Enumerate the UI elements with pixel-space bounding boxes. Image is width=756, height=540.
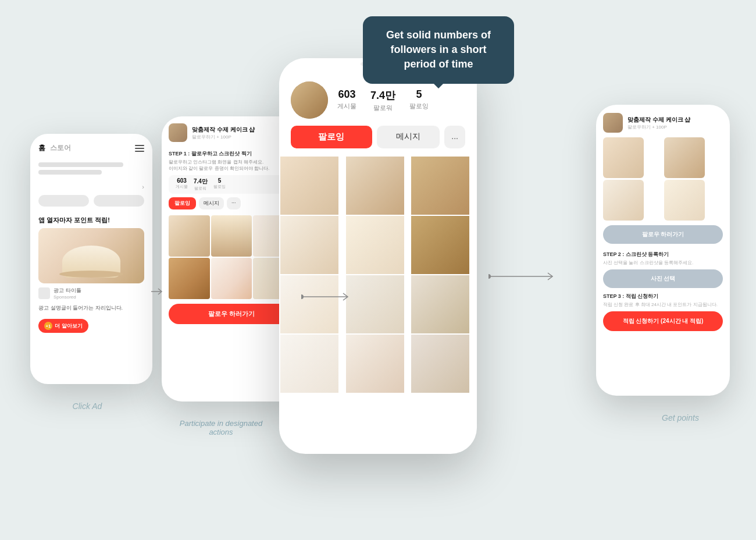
p4-shop-sub: 팔로우하기 + 100P	[627, 124, 723, 130]
p3-grid-5	[346, 216, 404, 274]
p1-skeleton-blocks	[30, 191, 152, 210]
p2-stat-followers: 7.4만 팔로워	[194, 177, 208, 191]
p4-step3-title: STEP 3 : 적립 신청하기	[596, 292, 730, 301]
p3-followers-label: 팔로워	[370, 104, 395, 112]
p4-header: 맞춤제작 수제 케이크 샵 팔로우하기 + 100P	[596, 105, 730, 137]
p3-stat-posts: 603 게시물	[337, 88, 356, 112]
p2-avatar	[169, 123, 187, 142]
arrow-1-to-2	[151, 286, 166, 297]
p1-ad-info: 광고 타이틀 Sponsored	[54, 287, 81, 300]
svg-point-2	[488, 274, 491, 279]
phone2-label-text: Participate in designatedactions	[180, 419, 262, 436]
phone-1-screen: 홈 스토어 › 앱 열자마자 포인트 적립!	[30, 134, 152, 384]
p1-skeleton-line-1	[38, 162, 123, 167]
p4-grid-1	[603, 137, 644, 178]
phone-1: 홈 스토어 › 앱 열자마자 포인트 적립!	[30, 134, 152, 384]
p4-photo-select-button[interactable]: 사진 선택	[603, 269, 723, 288]
p1-more-button[interactable]: +1 더 알아보기	[38, 319, 88, 333]
p3-message-button[interactable]: 메시지	[377, 126, 440, 148]
p1-tab-store[interactable]: 스토어	[50, 143, 71, 153]
p4-step2-desc: 사진 선택을 눌러 스크린샷을 등록해주세요.	[596, 260, 730, 268]
p3-following-num: 5	[409, 88, 429, 101]
p2-stat-posts: 603 게시물	[176, 177, 188, 191]
p4-grid-3	[603, 180, 644, 221]
p3-photo-grid	[279, 157, 477, 393]
p2-grid-item-2	[211, 215, 252, 257]
p4-profile-info: 맞춤제작 수제 케이크 샵 팔로우하기 + 100P	[627, 116, 723, 130]
p3-followers-num: 7.4만	[370, 88, 395, 102]
p4-grid-4	[664, 180, 705, 221]
p1-tab-home[interactable]: 홈	[38, 143, 45, 153]
p3-grid-10	[280, 335, 338, 393]
p3-grid-3	[411, 157, 469, 215]
p2-follow-goto-button[interactable]: 팔로우 하러가기	[169, 304, 294, 324]
p1-tabs: 홈 스토어	[38, 143, 71, 153]
p3-grid-12	[411, 335, 469, 393]
p3-stat-following: 5 팔로잉	[409, 88, 429, 112]
p1-hamburger-icon[interactable]	[135, 145, 144, 152]
p4-photo-grid	[603, 137, 723, 221]
p1-point-text: 앱 열자마자 포인트 적립!	[30, 210, 152, 228]
phone1-label-text: Click Ad	[73, 402, 102, 411]
p3-posts-num: 603	[337, 88, 356, 101]
phone-3-center: 603 게시물 7.4만 팔로워 5 팔로잉 팔로잉 메시지 ...	[279, 58, 477, 454]
p2-grid-item-1	[169, 215, 210, 257]
p1-skeleton-line-2	[38, 170, 102, 175]
p2-stats-row: 603 게시물 7.4만 팔로워 5 팔로잉	[169, 175, 294, 194]
p3-grid-9	[411, 275, 469, 333]
p3-following-label: 팔로잉	[409, 102, 429, 111]
arrow-2-to-3	[301, 285, 359, 308]
p1-ad-title: 광고 타이틀	[54, 287, 81, 294]
phone4-label-text: Get points	[662, 413, 699, 422]
p3-follow-button[interactable]: 팔로잉	[291, 126, 372, 148]
label-phone1: Click Ad	[29, 402, 145, 411]
main-scene: Get solid numbers of followers in a shor…	[0, 0, 756, 540]
p1-skeleton-lines	[30, 158, 152, 182]
phone-3-screen: 603 게시물 7.4만 팔로워 5 팔로잉 팔로잉 메시지 ...	[279, 58, 477, 454]
p3-grid-11	[346, 335, 404, 393]
tooltip-bubble: Get solid numbers of followers in a shor…	[363, 16, 514, 84]
p1-ad-sponsored: Sponsored	[54, 294, 81, 300]
p3-grid-2	[346, 157, 404, 215]
p1-cake-image	[38, 228, 144, 283]
p4-grid-2	[664, 137, 705, 178]
p2-followers-num: 7.4만	[194, 177, 208, 186]
p4-follow-button[interactable]: 팔로우 하러가기	[603, 225, 723, 244]
phone-4: 맞춤제작 수제 케이크 샵 팔로우하기 + 100P 팔로우 하러가기 STEP…	[596, 105, 730, 396]
p1-coin-icon: +1	[44, 322, 52, 330]
p2-message-button[interactable]: 메시지	[199, 197, 224, 209]
p2-following-label: 팔로잉	[213, 184, 226, 190]
p2-followers-label: 팔로워	[194, 186, 208, 191]
label-phone4: Get points	[622, 413, 739, 422]
p1-header: 홈 스토어	[30, 134, 152, 158]
p3-posts-label: 게시물	[337, 102, 356, 111]
p3-grid-4	[280, 216, 338, 274]
svg-point-1	[301, 294, 304, 299]
p3-grid-1	[280, 157, 338, 215]
label-phone2: Participate in designatedactions	[140, 419, 302, 436]
p2-grid-item-4	[169, 258, 210, 299]
p1-block-1	[38, 195, 89, 207]
p2-grid-item-5	[211, 258, 252, 299]
p2-more-button[interactable]: ···	[227, 197, 241, 209]
p4-shop-name: 맞춤제작 수제 케이크 샵	[627, 116, 723, 124]
p1-ad-desc: 광고 설명글이 들어가는 자리입니다.	[30, 303, 152, 317]
p2-posts-label: 게시물	[176, 184, 188, 190]
p3-more-button[interactable]: ...	[444, 126, 465, 148]
p1-chevron: ›	[30, 182, 152, 191]
p4-step2-title: STEP 2 : 스크린샷 등록하기	[596, 248, 730, 260]
p3-stat-followers: 7.4만 팔로워	[370, 88, 395, 112]
p3-stats-row: 603 게시물 7.4만 팔로워 5 팔로잉	[337, 88, 465, 112]
arrow-3-to-4	[488, 265, 564, 288]
p2-following-num: 5	[213, 177, 226, 184]
p3-grid-6	[411, 216, 469, 274]
p1-ad-icon	[38, 287, 50, 299]
p4-apply-button[interactable]: 적립 신청하기 (24시간 내 적립)	[603, 311, 723, 331]
p2-follow-button[interactable]: 팔로잉	[169, 197, 196, 209]
p2-posts-num: 603	[176, 177, 188, 184]
p2-photo-grid	[169, 215, 294, 299]
p1-ad-row: 광고 타이틀 Sponsored	[30, 283, 152, 303]
p4-step3-desc: 적립 신청 완료 후 최대 24시간 내 포인트가 지급됩니다.	[596, 301, 730, 311]
phone-4-screen: 맞춤제작 수제 케이크 샵 팔로우하기 + 100P 팔로우 하러가기 STEP…	[596, 105, 730, 396]
p3-action-row: 팔로잉 메시지 ...	[279, 126, 477, 157]
